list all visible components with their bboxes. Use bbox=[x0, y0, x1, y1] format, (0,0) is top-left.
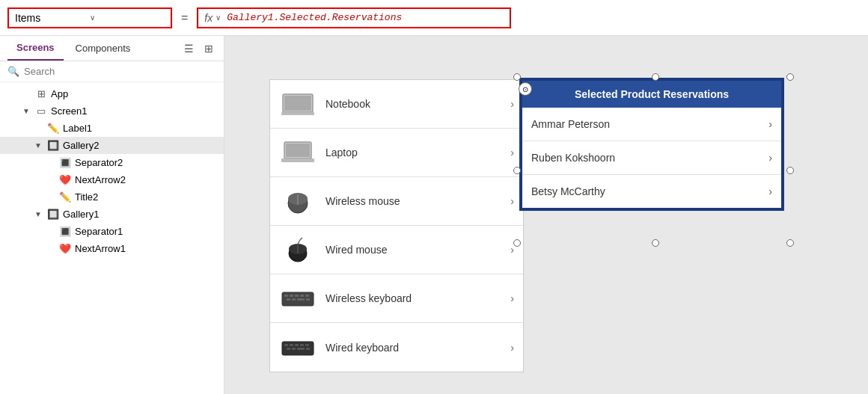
svg-rect-31 bbox=[306, 348, 310, 350]
formula-bar[interactable]: fx ∨ Gallery1.Selected.Reservations bbox=[197, 7, 511, 28]
handle-top-center[interactable] bbox=[652, 73, 659, 81]
title2-icon: ✏️ bbox=[58, 191, 72, 203]
wired-mouse-icon bbox=[279, 235, 317, 265]
reservation-chevron-3-icon: › bbox=[768, 185, 772, 197]
toolbar: Items ∨ = fx ∨ Gallery1.Selected.Reserva… bbox=[0, 0, 868, 36]
handle-top-left[interactable] bbox=[513, 73, 521, 81]
svg-rect-25 bbox=[295, 344, 299, 346]
svg-rect-16 bbox=[300, 295, 304, 297]
tree-item-label1[interactable]: ✏️ Label1 bbox=[0, 120, 224, 137]
tabs-bar: Screens Components ☰ ⊞ bbox=[0, 36, 224, 61]
label-icon: ✏️ bbox=[46, 123, 60, 134]
tree-item-app[interactable]: ⊞ App bbox=[0, 85, 224, 102]
items-label: Items bbox=[15, 12, 90, 24]
move-handle[interactable]: ⊙ bbox=[519, 82, 532, 96]
svg-rect-24 bbox=[290, 344, 293, 346]
search-input[interactable] bbox=[24, 66, 216, 77]
wireless-mouse-name: Wireless mouse bbox=[326, 195, 510, 207]
main-layout: Screens Components ☰ ⊞ 🔍 ⊞ App ▼ ▭ bbox=[0, 36, 868, 394]
wireless-keyboard-icon bbox=[279, 283, 317, 313]
handle-bottom-center[interactable] bbox=[652, 239, 659, 247]
screen-icon: ▭ bbox=[34, 105, 48, 117]
reservation-item-1[interactable]: Ammar Peterson › bbox=[522, 108, 781, 141]
laptop-chevron-icon: › bbox=[510, 147, 514, 158]
wired-keyboard-name: Wired keyboard bbox=[326, 342, 510, 354]
reservation-name-1: Ammar Peterson bbox=[531, 118, 768, 130]
handle-top-right[interactable] bbox=[786, 73, 794, 81]
svg-rect-20 bbox=[297, 298, 305, 301]
reservations-title: Selected Product Reservations bbox=[575, 88, 729, 100]
formula-text: Gallery1.Selected.Reservations bbox=[227, 12, 402, 23]
handle-bottom-right[interactable] bbox=[786, 239, 794, 247]
handle-bottom-left[interactable] bbox=[513, 239, 521, 247]
tree-item-separator1[interactable]: 🔳 Separator1 bbox=[0, 223, 224, 240]
list-view-icon[interactable]: ☰ bbox=[181, 40, 197, 58]
left-panel: Screens Components ☰ ⊞ 🔍 ⊞ App ▼ ▭ bbox=[0, 36, 224, 394]
product-wireless-mouse[interactable]: Wireless mouse › bbox=[270, 177, 523, 226]
tab-icons: ☰ ⊞ bbox=[181, 40, 216, 58]
tab-components[interactable]: Components bbox=[67, 37, 140, 60]
tree-item-gallery1[interactable]: ▼ 🔲 Gallery1 bbox=[0, 206, 224, 223]
svg-rect-1 bbox=[284, 96, 311, 111]
svg-rect-2 bbox=[281, 112, 314, 115]
svg-rect-19 bbox=[292, 298, 296, 301]
tree-arrow-screen1: ▼ bbox=[22, 107, 31, 115]
wireless-keyboard-name: Wireless keyboard bbox=[326, 292, 510, 304]
search-icon: 🔍 bbox=[7, 66, 19, 77]
items-dropdown[interactable]: Items ∨ bbox=[7, 7, 172, 28]
reservation-chevron-1-icon: › bbox=[768, 118, 772, 130]
wireless-mouse-icon bbox=[279, 186, 317, 216]
tree-item-separator2[interactable]: 🔳 Separator2 bbox=[0, 154, 224, 171]
nextarrow2-icon: ❤️ bbox=[58, 174, 72, 185]
product-laptop[interactable]: Laptop › bbox=[270, 129, 523, 177]
nextarrow1-icon: ❤️ bbox=[58, 243, 72, 254]
svg-rect-27 bbox=[305, 344, 309, 346]
tree-item-nextarrow2[interactable]: ❤️ NextArrow2 bbox=[0, 171, 224, 188]
grid-view-icon[interactable]: ⊞ bbox=[201, 40, 216, 58]
svg-rect-28 bbox=[287, 348, 290, 350]
product-wired-keyboard[interactable]: Wired keyboard › bbox=[270, 323, 523, 372]
separator1-icon: 🔳 bbox=[58, 226, 72, 237]
wireless-keyboard-chevron-icon: › bbox=[510, 292, 514, 304]
tree-item-title2[interactable]: ✏️ Title2 bbox=[0, 188, 224, 206]
reservation-name-3: Betsy McCarthy bbox=[531, 185, 768, 197]
nextarrow2-label: NextArrow2 bbox=[75, 174, 126, 185]
svg-rect-13 bbox=[284, 295, 288, 297]
equals-sign: = bbox=[178, 11, 191, 25]
reservation-name-2: Ruben Kokshoorn bbox=[531, 152, 768, 164]
laptop-icon bbox=[279, 138, 317, 167]
app-label: App bbox=[51, 88, 68, 99]
label1-label: Label1 bbox=[63, 123, 92, 134]
gallery-list: Notebook › Laptop › Wireless mouse › bbox=[269, 79, 524, 372]
tree-item-screen1[interactable]: ▼ ▭ Screen1 bbox=[0, 102, 224, 120]
svg-rect-4 bbox=[286, 144, 310, 157]
tree-item-nextarrow1[interactable]: ❤️ NextArrow1 bbox=[0, 240, 224, 257]
items-chevron-icon: ∨ bbox=[90, 13, 165, 22]
svg-rect-21 bbox=[306, 298, 310, 301]
svg-rect-23 bbox=[284, 344, 288, 346]
tab-screens[interactable]: Screens bbox=[7, 36, 64, 61]
handle-mid-left[interactable] bbox=[513, 167, 521, 174]
search-bar: 🔍 bbox=[0, 61, 224, 82]
handle-mid-right[interactable] bbox=[786, 167, 794, 174]
separator1-label: Separator1 bbox=[75, 226, 123, 237]
svg-rect-5 bbox=[281, 158, 314, 162]
product-wired-mouse[interactable]: Wired mouse › bbox=[270, 226, 523, 274]
tree-arrow-gallery1: ▼ bbox=[34, 210, 43, 218]
reservation-chevron-2-icon: › bbox=[768, 152, 772, 164]
tree-item-gallery2[interactable]: ▼ 🔲 Gallery2 bbox=[0, 137, 224, 154]
wired-mouse-chevron-icon: › bbox=[510, 244, 514, 256]
wired-keyboard-icon bbox=[279, 333, 317, 363]
product-wireless-keyboard[interactable]: Wireless keyboard › bbox=[270, 274, 523, 323]
reservation-item-3[interactable]: Betsy McCarthy › bbox=[522, 175, 781, 208]
svg-rect-29 bbox=[292, 348, 296, 350]
product-notebook[interactable]: Notebook › bbox=[270, 80, 523, 129]
reservation-item-2[interactable]: Ruben Kokshoorn › bbox=[522, 141, 781, 175]
tree-view: ⊞ App ▼ ▭ Screen1 ✏️ Label1 ▼ 🔲 bbox=[0, 82, 224, 394]
svg-rect-17 bbox=[305, 295, 309, 297]
nextarrow1-label: NextArrow1 bbox=[75, 243, 126, 254]
svg-rect-30 bbox=[297, 348, 305, 350]
svg-rect-15 bbox=[295, 295, 299, 297]
separator2-label: Separator2 bbox=[75, 157, 123, 168]
title2-label: Title2 bbox=[75, 191, 98, 203]
